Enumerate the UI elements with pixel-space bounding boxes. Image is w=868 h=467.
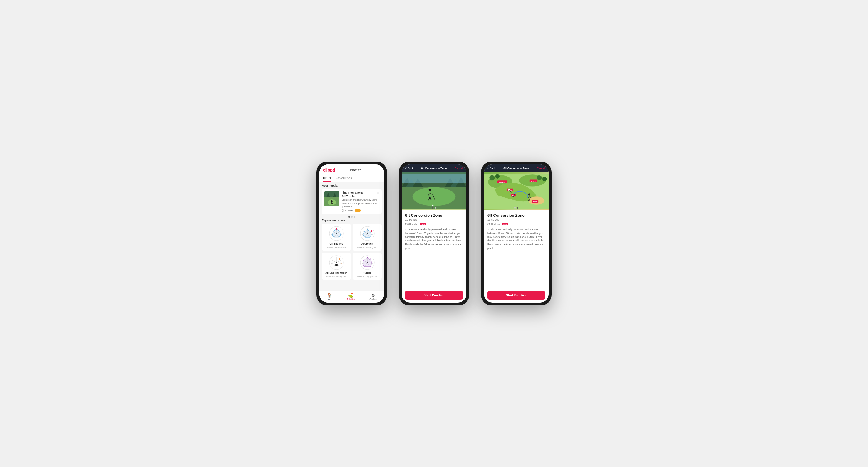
svg-text:Rough: Rough bbox=[531, 180, 536, 182]
start-practice-button-p3[interactable]: Start Practice bbox=[488, 291, 545, 300]
putting-icon-area bbox=[360, 255, 375, 270]
capture-icon: ⊕ bbox=[371, 293, 375, 298]
dot-3 bbox=[354, 216, 355, 218]
activities-icon: ⛳ bbox=[348, 293, 353, 298]
svg-point-81 bbox=[528, 193, 530, 195]
nav-capture[interactable]: ⊕ Capture bbox=[369, 293, 377, 300]
drill-tag-arg-p3: ARG bbox=[502, 223, 508, 225]
drill-image bbox=[402, 172, 466, 210]
skill-desc-atg: Hone your short game bbox=[326, 275, 346, 277]
phone1-header: clippd Practice bbox=[319, 165, 384, 174]
phone-1: clippd Practice Drills Favourites Most P… bbox=[316, 162, 387, 305]
phone-2-screen: < Back 6ft Conversion Zone Cancel bbox=[402, 165, 466, 302]
svg-line-33 bbox=[336, 260, 341, 263]
phone1-content: Most Popular bbox=[319, 182, 384, 291]
favourite-star-icon[interactable]: ☆ bbox=[377, 191, 379, 194]
svg-point-40 bbox=[341, 263, 342, 264]
phone2-header: < Back 6ft Conversion Zone Cancel bbox=[402, 165, 466, 172]
dot-1 bbox=[348, 216, 350, 218]
svg-point-65 bbox=[429, 189, 431, 191]
drill-subtitle: Off The Tee bbox=[342, 195, 379, 198]
svg-point-39 bbox=[339, 259, 340, 260]
skill-name-putting: Putting bbox=[363, 271, 371, 274]
skill-card-ott[interactable]: Off The Tee Power and accuracy bbox=[322, 224, 351, 251]
skill-name-atg: Around The Green bbox=[325, 271, 347, 274]
nav-activities[interactable]: ⛳ Activities bbox=[347, 293, 355, 300]
drill-info: Find The Fairway Off The Tee Create an i… bbox=[342, 191, 379, 212]
image-dots-p3 bbox=[514, 207, 518, 208]
drill-shots: 20 shots bbox=[405, 223, 417, 225]
clock-icon-p3 bbox=[488, 223, 490, 225]
tab-drills[interactable]: Drills bbox=[323, 176, 331, 182]
atg-icon-area bbox=[329, 255, 344, 270]
drill-meta-p3: 20 shots ARG bbox=[488, 223, 545, 225]
nav-home[interactable]: 🏠 Home bbox=[327, 293, 332, 300]
golf-photo bbox=[402, 172, 466, 210]
hamburger-menu-icon[interactable] bbox=[376, 169, 380, 171]
drill-description: Create an imaginary fairway using trees … bbox=[342, 198, 379, 208]
header-drill-title: 6ft Conversion Zone bbox=[421, 167, 446, 170]
img-dot-p3-1 bbox=[514, 207, 516, 208]
back-button-p3[interactable]: < Back bbox=[488, 167, 496, 170]
skill-card-putting[interactable]: Putting Make and lag practice bbox=[352, 253, 382, 280]
skill-name-ott: Off The Tee bbox=[330, 242, 343, 245]
svg-point-72 bbox=[432, 205, 434, 206]
drill-description: 20 shots are randomly generated at dista… bbox=[405, 228, 463, 250]
svg-point-77 bbox=[489, 175, 495, 180]
skill-desc-ott: Power and accuracy bbox=[327, 246, 346, 248]
approach-icon-area bbox=[360, 226, 375, 241]
drill-range-p3: 10-50 yds bbox=[488, 218, 545, 221]
phones-container: clippd Practice Drills Favourites Most P… bbox=[316, 162, 552, 305]
tabs-bar: Drills Favourites bbox=[319, 174, 384, 182]
explore-title: Explore skill areas bbox=[322, 219, 382, 222]
drill-tag-ott: OTT bbox=[355, 209, 361, 212]
svg-line-38 bbox=[332, 260, 336, 263]
bottom-nav: 🏠 Home ⛳ Activities ⊕ Capture bbox=[319, 291, 384, 302]
featured-drill-card[interactable]: Find The Fairway Off The Tee Create an i… bbox=[322, 189, 382, 214]
phone3-header: < Back 6ft Conversion Zone Cancel bbox=[484, 165, 549, 172]
svg-marker-30 bbox=[363, 229, 371, 238]
drill-shots-p3: 20 shots bbox=[488, 223, 499, 225]
drill-meta: 10 shots OTT bbox=[342, 209, 379, 212]
drill-detail-name-p3: 6ft Conversion Zone bbox=[488, 213, 545, 218]
nav-activities-label: Activities bbox=[347, 298, 355, 300]
svg-text:Sand: Sand bbox=[533, 201, 537, 203]
phone2-content: 6ft Conversion Zone 10-50 yds 20 shots A… bbox=[402, 210, 466, 289]
svg-point-80 bbox=[542, 177, 547, 181]
dot-2 bbox=[351, 216, 352, 218]
tab-favourites[interactable]: Favourites bbox=[336, 176, 352, 182]
app-logo: clippd bbox=[323, 167, 335, 172]
svg-point-41 bbox=[335, 264, 338, 266]
skill-card-atg[interactable]: Around The Green Hone your short game bbox=[322, 253, 351, 280]
most-popular-title: Most Popular bbox=[322, 184, 382, 187]
phone-1-screen: clippd Practice Drills Favourites Most P… bbox=[319, 165, 384, 302]
cancel-button[interactable]: Cancel bbox=[455, 167, 463, 170]
skill-desc-approach: Dial-in to hit the green bbox=[357, 246, 377, 248]
cancel-button-p3[interactable]: Cancel bbox=[537, 167, 545, 170]
skills-grid: Off The Tee Power and accuracy bbox=[322, 224, 382, 280]
skill-name-approach: Approach bbox=[362, 242, 373, 245]
skill-card-approach[interactable]: Approach Dial-in to hit the green bbox=[352, 224, 382, 251]
img-dot-p3-2 bbox=[517, 207, 518, 208]
svg-rect-1 bbox=[324, 191, 339, 197]
drill-thumbnail bbox=[324, 191, 339, 206]
svg-rect-64 bbox=[402, 174, 466, 183]
drill-tag-arg: ARG bbox=[420, 223, 426, 225]
svg-text:Fairway: Fairway bbox=[499, 181, 505, 183]
svg-point-78 bbox=[495, 174, 500, 178]
drill-name: Find The Fairway bbox=[342, 191, 379, 195]
ott-icon-area bbox=[329, 226, 344, 241]
svg-marker-19 bbox=[332, 229, 341, 238]
svg-point-52 bbox=[370, 259, 371, 260]
drill-range: 10-50 yds bbox=[405, 218, 463, 221]
phone-3: < Back 6ft Conversion Zone Cancel bbox=[481, 162, 552, 305]
drill-map-image: Miss Hit Fairway Rough Sand bbox=[484, 172, 549, 210]
nav-capture-label: Capture bbox=[369, 298, 377, 300]
back-button[interactable]: < Back bbox=[405, 167, 413, 170]
drill-detail-name: 6ft Conversion Zone bbox=[405, 213, 463, 218]
clock-icon bbox=[405, 223, 408, 225]
carousel-dots bbox=[322, 216, 382, 218]
start-practice-button[interactable]: Start Practice bbox=[405, 291, 463, 300]
svg-point-28 bbox=[371, 230, 372, 232]
img-dot-2 bbox=[435, 207, 436, 208]
